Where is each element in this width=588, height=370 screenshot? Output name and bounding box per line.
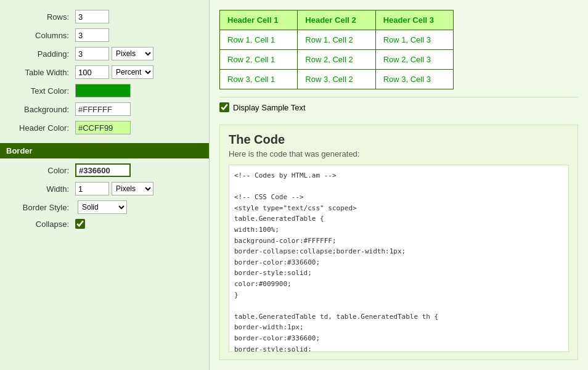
row3-cell2: Row 3, Cell 2: [298, 70, 375, 89]
header-cell-2: Header Cell 2: [298, 10, 375, 30]
display-sample-checkbox[interactable]: [219, 102, 229, 112]
rows-input[interactable]: [75, 10, 109, 23]
columns-input[interactable]: [75, 28, 109, 42]
padding-row: Padding: Pixels Percent: [7, 47, 202, 60]
row3-cell1: Row 3, Cell 1: [220, 70, 298, 89]
table-row: Row 3, Cell 1 Row 3, Cell 2 Row 3, Cell …: [220, 70, 454, 89]
borderstyle-label: Border Style:: [7, 203, 75, 212]
collapse-checkbox[interactable]: [75, 219, 85, 229]
table-row: Row 2, Cell 1 Row 2, Cell 2 Row 2, Cell …: [220, 50, 454, 70]
bordercolor-label: Color:: [7, 166, 75, 175]
code-title: The Code: [229, 133, 569, 147]
columns-label: Columns:: [7, 31, 75, 40]
borderstyle-select[interactable]: Solid Dashed Dotted Double None: [78, 200, 127, 214]
headercolor-row: Header Color:: [7, 121, 202, 134]
padding-label: Padding:: [7, 49, 75, 59]
row2-cell1: Row 2, Cell 1: [220, 50, 298, 70]
code-subtitle: Here is the code that was generated:: [229, 149, 569, 158]
headercolor-label: Header Color:: [7, 123, 75, 133]
display-sample-row: Display Sample Text: [219, 97, 578, 117]
header-row: Header Cell 1 Header Cell 2 Header Cell …: [220, 10, 454, 30]
rows-row: Rows:: [7, 10, 202, 23]
row2-cell2: Row 2, Cell 2: [298, 50, 375, 70]
row1-cell2: Row 1, Cell 2: [298, 30, 375, 50]
headercolor-input[interactable]: [75, 121, 131, 134]
row2-cell3: Row 2, Cell 3: [375, 50, 453, 70]
collapse-label: Collapse:: [7, 220, 75, 229]
collapse-row: Collapse:: [7, 219, 202, 229]
tablewidth-unit-select[interactable]: Percent Pixels: [112, 65, 153, 79]
borderstyle-row: Border Style: Solid Dashed Dotted Double…: [7, 200, 202, 214]
textcolor-label: Text Color:: [7, 86, 75, 96]
table-row: Row 1, Cell 1 Row 1, Cell 2 Row 1, Cell …: [220, 30, 454, 50]
borderwidth-input[interactable]: [75, 182, 109, 195]
tablewidth-label: Table Width:: [7, 68, 75, 77]
row3-cell3: Row 3, Cell 3: [375, 70, 453, 89]
header-cell-1: Header Cell 1: [220, 10, 298, 30]
textcolor-input[interactable]: [75, 84, 131, 97]
tablewidth-input[interactable]: [75, 65, 109, 79]
preview-table: Header Cell 1 Header Cell 2 Header Cell …: [219, 10, 454, 89]
textcolor-row: Text Color:: [7, 84, 202, 97]
background-label: Background:: [7, 105, 75, 114]
bordercolor-row: Color:: [7, 163, 202, 177]
row1-cell1: Row 1, Cell 1: [220, 30, 298, 50]
bordercolor-input[interactable]: [75, 163, 131, 177]
header-cell-3: Header Cell 3: [375, 10, 453, 30]
padding-unit-select[interactable]: Pixels Percent: [112, 47, 153, 60]
tablewidth-row: Table Width: Percent Pixels: [7, 65, 202, 79]
borderwidth-unit-select[interactable]: Pixels Percent: [112, 182, 153, 195]
code-box[interactable]: <!-- Codes by HTML.am --> <!-- CSS Code …: [229, 165, 569, 352]
borderwidth-label: Width:: [7, 184, 75, 194]
display-sample-label: Display Sample Text: [233, 103, 306, 112]
code-section: The Code Here is the code that was gener…: [219, 125, 578, 360]
table-preview: Header Cell 1 Header Cell 2 Header Cell …: [219, 10, 578, 89]
padding-input[interactable]: [75, 47, 109, 60]
columns-row: Columns:: [7, 28, 202, 42]
row1-cell3: Row 1, Cell 3: [375, 30, 453, 50]
right-panel: Header Cell 1 Header Cell 2 Header Cell …: [210, 0, 588, 370]
border-section-header: Border: [0, 143, 209, 158]
background-input[interactable]: [75, 102, 131, 116]
background-row: Background:: [7, 102, 202, 116]
rows-label: Rows:: [7, 12, 75, 22]
borderwidth-row: Width: Pixels Percent: [7, 182, 202, 195]
left-panel: Rows: Columns: Padding: Pixels Percent T…: [0, 0, 210, 370]
